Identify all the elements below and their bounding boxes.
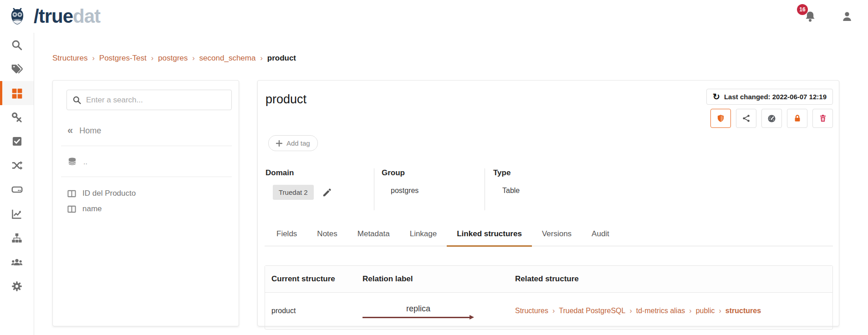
last-changed-button[interactable]: ↻ Last changed: 2022-06-07 12:19 bbox=[706, 89, 833, 105]
tab-notes[interactable]: Notes bbox=[307, 229, 347, 247]
related-structure-link[interactable]: public bbox=[696, 307, 715, 315]
breadcrumb-separator: › bbox=[689, 307, 691, 315]
profiling-button[interactable] bbox=[761, 109, 782, 128]
logo-wordmark: /truedat bbox=[34, 7, 100, 26]
share-icon bbox=[742, 114, 751, 123]
related-structure-current-link[interactable]: structures bbox=[725, 307, 761, 315]
sidebar-settings-icon[interactable] bbox=[0, 274, 34, 298]
tab-fields[interactable]: Fields bbox=[266, 229, 307, 247]
collapse-double-chevron-icon: « bbox=[67, 126, 73, 136]
sidebar-search-icon[interactable] bbox=[0, 33, 34, 57]
breadcrumb-separator: › bbox=[92, 54, 94, 62]
domain-tag[interactable]: Truedat 2 bbox=[273, 185, 314, 200]
add-tag-label: Add tag bbox=[286, 139, 310, 147]
breadcrumb-link[interactable]: Postgres-Test bbox=[99, 54, 147, 63]
edit-domain-pencil-icon[interactable] bbox=[322, 188, 332, 198]
left-nav-rail bbox=[0, 33, 34, 335]
tree-home-label: Home bbox=[79, 126, 101, 136]
sidebar-shuffle-icon[interactable] bbox=[0, 153, 34, 178]
type-label: Type bbox=[493, 168, 833, 178]
plus-icon bbox=[276, 140, 282, 147]
breadcrumb-link[interactable]: Structures bbox=[52, 54, 87, 63]
domain-label: Domain bbox=[266, 168, 374, 178]
related-structure-link[interactable]: Structures bbox=[515, 307, 548, 315]
tree-search-box[interactable] bbox=[66, 90, 232, 110]
table-row: product replica Structures › Truedat Pos… bbox=[265, 293, 832, 329]
breadcrumb-separator: › bbox=[192, 54, 194, 62]
tree-search-input[interactable] bbox=[86, 96, 226, 105]
breadcrumb-separator: › bbox=[260, 54, 262, 62]
tab-linkage[interactable]: Linkage bbox=[400, 229, 447, 247]
structure-tree-panel: « Home .. bbox=[52, 80, 239, 326]
page-title: product bbox=[266, 92, 306, 107]
truedat-logo[interactable]: /truedat bbox=[9, 5, 100, 27]
structure-info-row: Domain Truedat 2 Group postgres bbox=[265, 168, 833, 210]
breadcrumb-separator: › bbox=[151, 54, 153, 62]
sidebar-groups-icon[interactable] bbox=[0, 250, 34, 274]
owl-logo-icon bbox=[9, 5, 31, 27]
detail-tabs: Fields Notes Metadata Linkage Linked str… bbox=[265, 229, 833, 246]
column-header: Current structure bbox=[265, 266, 356, 292]
top-header: /truedat 16 bbox=[0, 0, 868, 33]
tree-field-item[interactable]: ID del Producto bbox=[63, 189, 232, 198]
sidebar-structures-icon[interactable] bbox=[0, 81, 34, 105]
tree-parent-label: .. bbox=[83, 158, 87, 166]
related-structure-link[interactable]: Truedat PostgreSQL bbox=[559, 307, 625, 315]
trash-icon bbox=[818, 114, 827, 123]
share-button[interactable] bbox=[736, 109, 756, 128]
table-header-row: Current structure Relation label Related… bbox=[265, 266, 832, 293]
divider bbox=[61, 146, 232, 146]
column-icon bbox=[67, 189, 76, 198]
last-changed-label: Last changed: 2022-06-07 12:19 bbox=[724, 93, 827, 101]
database-icon bbox=[67, 157, 77, 167]
refresh-icon: ↻ bbox=[713, 92, 720, 101]
related-structure-link[interactable]: td-metrics alias bbox=[636, 307, 685, 315]
user-menu-button[interactable] bbox=[841, 10, 853, 23]
protect-button[interactable] bbox=[710, 109, 731, 128]
sidebar-tags-icon[interactable] bbox=[0, 57, 34, 81]
add-tag-button[interactable]: Add tag bbox=[268, 135, 318, 151]
tree-parent-item[interactable]: .. bbox=[63, 157, 232, 167]
tree-home-item[interactable]: « Home bbox=[63, 126, 232, 136]
breadcrumb-separator: › bbox=[629, 307, 632, 315]
breadcrumb-separator: › bbox=[719, 307, 721, 315]
structure-detail-panel: product ↻ Last changed: 2022-06-07 12:19 bbox=[257, 80, 839, 326]
search-icon bbox=[72, 96, 82, 105]
tree-field-label: ID del Producto bbox=[82, 189, 136, 198]
breadcrumb-link[interactable]: postgres bbox=[158, 54, 188, 63]
breadcrumb: Structures › Postgres-Test › postgres › … bbox=[34, 33, 868, 63]
breadcrumb-link[interactable]: second_schema bbox=[199, 54, 256, 63]
linked-structures-table: Current structure Relation label Related… bbox=[265, 265, 833, 330]
sidebar-tasks-icon[interactable] bbox=[0, 129, 34, 153]
breadcrumb-separator: › bbox=[552, 307, 555, 315]
tab-linked-structures[interactable]: Linked structures bbox=[447, 229, 532, 247]
current-structure-cell: product bbox=[265, 307, 356, 315]
sidebar-taxonomy-icon[interactable] bbox=[0, 226, 34, 250]
delete-button[interactable] bbox=[812, 109, 833, 128]
sidebar-charts-icon[interactable] bbox=[0, 202, 34, 226]
group-label: Group bbox=[382, 168, 485, 178]
related-structure-breadcrumb: Structures › Truedat PostgreSQL › td-met… bbox=[515, 307, 832, 315]
sidebar-key-icon[interactable] bbox=[0, 105, 34, 129]
relation-arrow-icon bbox=[363, 315, 474, 320]
notifications-button[interactable]: 16 bbox=[803, 10, 817, 23]
group-value: postgres bbox=[382, 187, 485, 195]
lock-button[interactable] bbox=[787, 109, 807, 128]
sidebar-systems-icon[interactable] bbox=[0, 178, 34, 202]
breadcrumb-current: product bbox=[267, 54, 296, 63]
tab-metadata[interactable]: Metadata bbox=[347, 229, 400, 247]
relation-cell: replica bbox=[363, 302, 474, 320]
column-header: Relation label bbox=[356, 266, 509, 292]
column-icon bbox=[67, 205, 76, 213]
notification-count-badge: 16 bbox=[797, 4, 808, 15]
column-header: Related structure bbox=[509, 266, 832, 292]
tree-field-label: name bbox=[82, 204, 102, 213]
tab-versions[interactable]: Versions bbox=[532, 229, 582, 247]
shield-icon bbox=[716, 114, 725, 123]
tab-audit[interactable]: Audit bbox=[582, 229, 619, 247]
type-value: Table bbox=[493, 187, 833, 195]
lock-icon bbox=[793, 114, 802, 123]
gauge-icon bbox=[767, 114, 776, 123]
tree-field-item[interactable]: name bbox=[63, 204, 232, 213]
divider bbox=[61, 177, 232, 177]
